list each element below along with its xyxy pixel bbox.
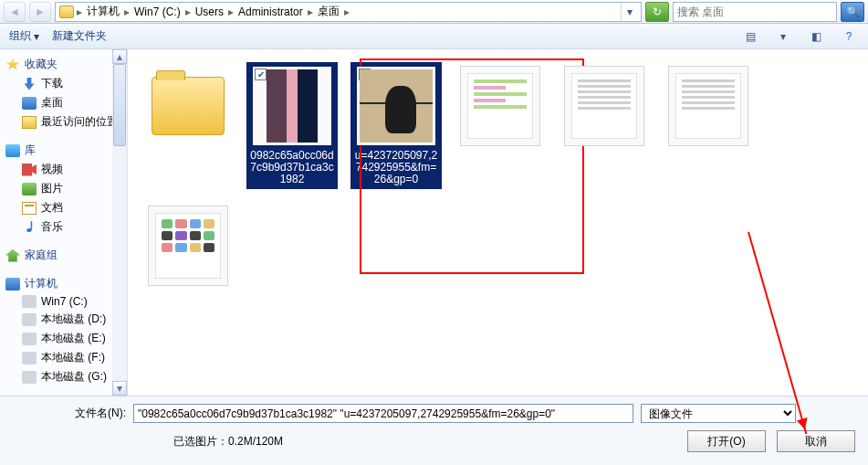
- homegroup-icon: [5, 249, 20, 262]
- file-item-doc[interactable]: [559, 62, 650, 189]
- star-icon: [5, 58, 20, 71]
- video-icon: [22, 164, 37, 176]
- drive-icon: [22, 295, 37, 308]
- tree-item-drive-e[interactable]: 本地磁盘 (E:): [5, 329, 127, 348]
- filetype-select[interactable]: 图像文件: [641, 404, 796, 423]
- chevron-right-icon[interactable]: ▸: [343, 5, 350, 18]
- nav-back-button[interactable]: ◄: [4, 2, 26, 22]
- music-icon: [22, 221, 37, 234]
- file-item-doc[interactable]: [142, 202, 234, 293]
- tree-item-videos[interactable]: 视频: [5, 160, 127, 179]
- folder-icon: [152, 77, 225, 135]
- thumbnail-image: [267, 69, 318, 143]
- tree-item-pictures[interactable]: 图片: [5, 179, 127, 198]
- file-item-image[interactable]: ✔ u=4237205097,2742925955&fm=26&gp=0: [350, 62, 442, 189]
- library-icon: [5, 144, 20, 157]
- drive-icon: [22, 352, 37, 365]
- tree-item-music[interactable]: 音乐: [5, 217, 127, 237]
- nav-forward-button[interactable]: ►: [29, 2, 51, 22]
- folder-icon: [59, 5, 74, 18]
- chevron-right-icon[interactable]: ▸: [123, 5, 131, 18]
- breadcrumb-segment[interactable]: Win7 (C:): [132, 5, 183, 19]
- status-text: 已选图片：0.2M/120M: [13, 434, 283, 449]
- breadcrumb-segment[interactable]: 计算机: [85, 3, 121, 20]
- desktop-icon: [22, 97, 37, 110]
- nav-tree: 收藏夹 下载 桌面 最近访问的位置 库 视频 图片 文档 音乐 家庭组 计算机 …: [0, 49, 128, 396]
- scroll-up-button[interactable]: ▴: [112, 49, 127, 64]
- recent-icon: [22, 116, 37, 129]
- file-item-image[interactable]: ✔ 0982c65a0cc06d7c9b9d37b1ca3c1982: [246, 62, 338, 189]
- file-item-doc[interactable]: [663, 62, 754, 189]
- file-caption: 0982c65a0cc06d7c9b9d37b1ca3c1982: [250, 150, 334, 185]
- file-item-doc[interactable]: [455, 62, 546, 189]
- chevron-down-icon[interactable]: ▾: [773, 27, 793, 46]
- drive-icon: [22, 333, 37, 345]
- chevron-right-icon[interactable]: ▸: [184, 5, 192, 18]
- tree-item-downloads[interactable]: 下载: [5, 74, 127, 93]
- filename-label: 文件名(N):: [13, 406, 126, 421]
- tree-scrollbar[interactable]: ▴ ▾: [112, 49, 127, 396]
- tree-favorites-header[interactable]: 收藏夹: [5, 55, 127, 74]
- thumbnail-image: [571, 73, 637, 139]
- picture-icon: [22, 183, 37, 196]
- chevron-right-icon[interactable]: ▸: [76, 5, 83, 18]
- chevron-right-icon[interactable]: ▸: [227, 5, 235, 18]
- thumbnail-image: [155, 213, 221, 279]
- tree-libraries-header[interactable]: 库: [5, 141, 127, 160]
- file-pane[interactable]: ✔ 0982c65a0cc06d7c9b9d37b1ca3c1982 ✔ u=4…: [128, 49, 868, 396]
- open-button[interactable]: 打开(O): [687, 430, 766, 452]
- tree-item-recent[interactable]: 最近访问的位置: [5, 112, 127, 132]
- tree-item-drive-g[interactable]: 本地磁盘 (G:): [5, 367, 127, 386]
- tree-homegroup-header[interactable]: 家庭组: [5, 246, 127, 265]
- scroll-down-button[interactable]: ▾: [112, 381, 127, 396]
- tree-item-documents[interactable]: 文档: [5, 198, 127, 217]
- computer-icon: [5, 278, 20, 291]
- search-box[interactable]: [673, 2, 837, 22]
- breadcrumb-segment[interactable]: 桌面: [316, 3, 341, 20]
- chevron-right-icon[interactable]: ▸: [307, 5, 314, 18]
- breadcrumb-segment[interactable]: Administrator: [236, 5, 305, 19]
- drive-icon: [22, 313, 37, 326]
- search-button[interactable]: 🔍: [841, 2, 864, 22]
- cancel-button[interactable]: 取消: [777, 430, 855, 452]
- preview-pane-button[interactable]: ◧: [806, 27, 826, 46]
- organize-menu[interactable]: 组织 ▾: [9, 28, 39, 44]
- breadcrumb-segment[interactable]: Users: [193, 5, 225, 19]
- new-folder-button[interactable]: 新建文件夹: [52, 28, 107, 44]
- refresh-button[interactable]: ↻: [645, 2, 669, 22]
- organize-label: 组织: [9, 28, 31, 44]
- download-icon: [22, 78, 37, 90]
- tree-computer-header[interactable]: 计算机: [5, 274, 127, 293]
- thumbnail-image: [675, 73, 741, 139]
- document-icon: [22, 202, 37, 215]
- file-item-folder[interactable]: [142, 62, 234, 189]
- help-button[interactable]: ?: [839, 27, 859, 46]
- scroll-thumb[interactable]: [113, 64, 126, 146]
- address-bar[interactable]: ▸ 计算机 ▸ Win7 (C:) ▸ Users ▸ Administrato…: [55, 2, 642, 22]
- view-icons-button[interactable]: ▤: [740, 27, 760, 46]
- file-caption: u=4237205097,2742925955&fm=26&gp=0: [354, 150, 438, 185]
- tree-item-drive-d[interactable]: 本地磁盘 (D:): [5, 310, 127, 329]
- thumbnail-image: [467, 73, 533, 139]
- chevron-down-icon: ▾: [34, 30, 39, 43]
- thumbnail-image: [360, 69, 433, 143]
- tree-item-drive-c[interactable]: Win7 (C:): [5, 293, 127, 310]
- address-dropdown-button[interactable]: ▾: [621, 3, 637, 21]
- tree-item-drive-f[interactable]: 本地磁盘 (F:): [5, 348, 127, 367]
- drive-icon: [22, 371, 37, 384]
- tree-item-desktop[interactable]: 桌面: [5, 93, 127, 112]
- checkbox-icon[interactable]: ✔: [255, 69, 267, 80]
- filename-input[interactable]: [133, 404, 633, 423]
- search-input[interactable]: [674, 5, 836, 18]
